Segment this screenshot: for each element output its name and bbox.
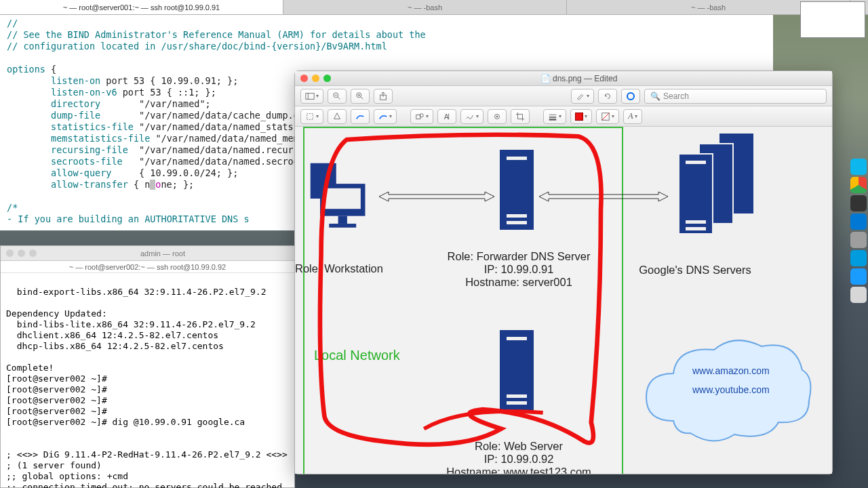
svg-rect-26 <box>338 216 347 224</box>
code-comment: // See the BIND Administrator's Referenc… <box>7 29 426 40</box>
terminal2-title: admin — root <box>37 249 289 258</box>
preview-titlebar[interactable]: 📄 dns.png — Edited <box>295 71 832 86</box>
svg-line-22 <box>602 113 610 120</box>
crop-tool[interactable] <box>511 109 530 124</box>
svg-line-3 <box>338 96 340 99</box>
dock <box>849 156 868 306</box>
terminal-server002[interactable]: bind-export-libs.x86_64 32:9.11.4-26.P2.… <box>1 273 294 488</box>
workstation-label: Role: Workstation <box>295 262 414 275</box>
terminal-tabstrip: ~ — root@server001:~ — ssh root@10.99.0.… <box>0 0 868 15</box>
zoom-out-button[interactable] <box>328 89 347 104</box>
svg-rect-30 <box>507 214 527 218</box>
svg-marker-42 <box>379 192 494 201</box>
terminal-server002-window: admin — root ~ — root@server002:~ — ssh … <box>0 245 295 488</box>
svg-rect-11 <box>307 113 313 119</box>
dock-terminal-icon[interactable] <box>850 195 867 211</box>
local-network-label: Local Network <box>314 348 400 363</box>
shapes-tool[interactable]: ▾ <box>410 109 433 124</box>
instant-alpha-tool[interactable] <box>328 109 347 124</box>
svg-rect-33 <box>507 337 527 340</box>
preview-toolbar-main: ▾ ▾ 🔍 Search <box>295 86 832 106</box>
dock-vscode-icon[interactable] <box>850 214 867 230</box>
highlight-button[interactable]: ▾ <box>571 89 594 104</box>
preview-toolbar-markup: ▾ ▾ ▾ A ▾ ▾ ▾ ▾ A▾ <box>295 106 832 127</box>
close-icon[interactable] <box>300 75 308 82</box>
cloud-link-amazon: www.amazon.com <box>692 365 770 376</box>
draw-tool[interactable]: ▾ <box>374 109 397 124</box>
svg-rect-25 <box>325 188 361 209</box>
forwarder-server-icon <box>500 150 534 230</box>
dock-safari-icon[interactable] <box>850 268 867 285</box>
dock-docker-icon[interactable] <box>850 159 867 175</box>
share-button[interactable] <box>374 89 393 104</box>
web-server-icon <box>500 330 534 410</box>
dock-app-icon[interactable] <box>850 250 867 266</box>
svg-rect-35 <box>507 401 527 405</box>
zoom-icon[interactable] <box>323 75 331 82</box>
zoom-in-button[interactable] <box>351 89 370 104</box>
desktop-thumbnail[interactable] <box>800 1 865 38</box>
minimize-icon[interactable] <box>312 75 319 82</box>
text-tool[interactable]: A <box>437 109 456 124</box>
adjust-color-tool[interactable] <box>488 109 507 124</box>
svg-rect-27 <box>329 224 356 228</box>
fill-color-tool[interactable]: ▾ <box>596 109 619 124</box>
svg-rect-31 <box>507 221 527 224</box>
sign-tool[interactable]: ▾ <box>460 109 484 124</box>
svg-line-6 <box>361 96 363 99</box>
cloud-link-youtube: www.youtube.com <box>692 384 770 395</box>
window-controls[interactable] <box>300 75 331 82</box>
font-style-tool[interactable]: A▾ <box>623 109 642 124</box>
code-comment: // <box>7 18 18 28</box>
svg-rect-34 <box>507 394 527 398</box>
svg-text:A: A <box>444 112 449 120</box>
workstation-icon <box>307 162 372 235</box>
svg-marker-43 <box>539 192 668 201</box>
arrow-fw-gdns <box>539 190 668 203</box>
border-color-tool[interactable]: ▾ <box>570 109 592 124</box>
terminal2-subtitle: ~ — root@server002:~ — ssh root@10.99.0.… <box>1 261 294 273</box>
preview-window: 📄 dns.png — Edited ▾ ▾ 🔍 Search ▾ ▾ ▾ A … <box>294 70 833 474</box>
dock-settings-icon[interactable] <box>850 232 867 248</box>
tab-bash-1[interactable]: ~ — -bash <box>283 0 567 14</box>
keyword-options: options <box>7 64 45 75</box>
border-style-tool[interactable]: ▾ <box>543 109 566 124</box>
selection-tool[interactable]: ▾ <box>300 109 323 124</box>
sketch-tool[interactable] <box>351 109 370 124</box>
rotate-button[interactable] <box>598 89 617 104</box>
search-input[interactable]: 🔍 Search <box>644 89 827 104</box>
google-dns-label: Google's DNS Servers <box>620 264 770 277</box>
markup-icon <box>627 92 635 100</box>
svg-rect-29 <box>507 157 527 160</box>
dock-chrome-icon[interactable] <box>850 177 867 193</box>
svg-rect-39 <box>686 161 706 164</box>
red-color-swatch <box>575 113 583 121</box>
keyword-listen-on: listen-on <box>51 75 100 86</box>
svg-rect-41 <box>686 227 706 230</box>
forwarder-label: Role: Forwarder DNS Server IP: 10.99.0.9… <box>444 250 593 289</box>
sidebar-toggle-button[interactable]: ▾ <box>300 89 323 104</box>
svg-rect-0 <box>306 93 314 99</box>
svg-rect-40 <box>686 220 706 224</box>
web-server-label: Role: Web Server IP: 10.99.0.92 Hostname… <box>444 440 593 474</box>
svg-point-17 <box>496 115 498 117</box>
window-controls[interactable] <box>6 249 37 257</box>
preview-canvas[interactable]: Local Network <box>295 127 832 474</box>
dock-trash-icon[interactable] <box>850 287 867 303</box>
code-comment: // configuration located in /usr/share/d… <box>7 41 387 52</box>
markup-button[interactable] <box>621 89 640 104</box>
svg-rect-28 <box>500 150 534 230</box>
arrow-ws-fw <box>379 190 494 203</box>
preview-title: 📄 dns.png — Edited <box>331 74 827 83</box>
google-dns-icon <box>672 134 760 242</box>
svg-rect-32 <box>500 330 534 410</box>
tab-ssh-server001[interactable]: ~ — root@server001:~ — ssh root@10.99.0.… <box>0 0 283 14</box>
terminal2-titlebar[interactable]: admin — root <box>1 246 294 261</box>
